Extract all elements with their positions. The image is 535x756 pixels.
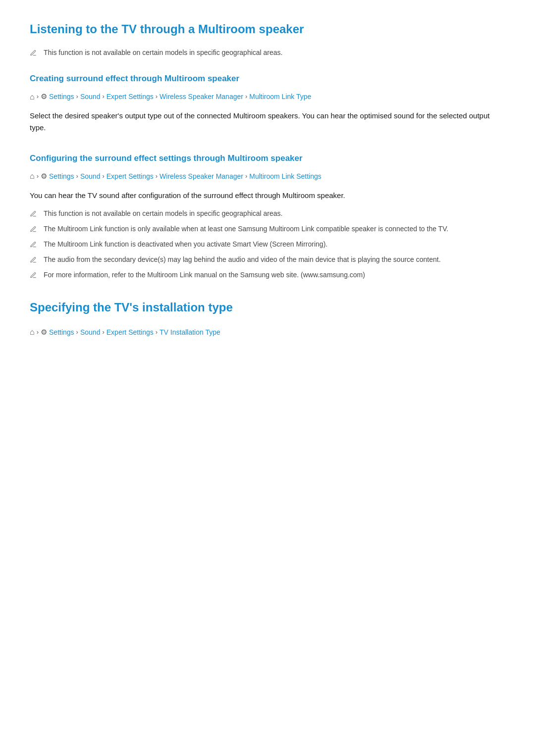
note-pencil-icon: [30, 49, 39, 57]
breadcrumb-sep3b: ›: [102, 171, 104, 182]
note-deactivated: The Multiroom Link function is deactivat…: [30, 239, 505, 250]
note-multiroom-available-text: The Multiroom Link function is only avai…: [44, 224, 448, 234]
note-more-info: For more information, refer to the Multi…: [30, 270, 505, 280]
installation-breadcrumb: ⌂ › ⚙ Settings › Sound › Expert Settings…: [30, 326, 505, 339]
note-multiroom-available: The Multiroom Link function is only avai…: [30, 224, 505, 234]
breadcrumb-home-icon-3[interactable]: ⌂: [30, 326, 35, 339]
breadcrumb-sep2c: ›: [76, 327, 78, 338]
breadcrumb-sep4b: ›: [156, 171, 158, 182]
note-availability: This function is not available on certai…: [30, 48, 505, 58]
breadcrumb-sep3c: ›: [102, 327, 104, 338]
creating-surround-body: Select the desired speaker's output type…: [30, 110, 505, 134]
creating-surround-subsection: Creating surround effect through Multiro…: [30, 72, 505, 134]
breadcrumb-sep4c: ›: [156, 327, 158, 338]
breadcrumb-settings[interactable]: Settings: [49, 91, 74, 102]
note-unavailable: This function is not available on certai…: [30, 208, 505, 219]
breadcrumb-sound-3[interactable]: Sound: [80, 327, 100, 338]
breadcrumb-sound[interactable]: Sound: [80, 91, 100, 102]
creating-surround-breadcrumb: ⌂ › ⚙ Settings › Sound › Expert Settings…: [30, 91, 505, 103]
breadcrumb-sep1: ›: [37, 92, 39, 102]
breadcrumb-expert-settings-2[interactable]: Expert Settings: [107, 171, 154, 182]
note-pencil-icon-2: [30, 209, 39, 218]
configuring-surround-title: Configuring the surround effect settings…: [30, 151, 505, 165]
breadcrumb-wireless-speaker-manager-2[interactable]: Wireless Speaker Manager: [160, 171, 243, 182]
note-more-info-text: For more information, refer to the Multi…: [44, 270, 365, 280]
note-pencil-icon-4: [30, 240, 39, 249]
breadcrumb-multiroom-link-settings[interactable]: Multiroom Link Settings: [249, 171, 321, 182]
note-availability-text: This function is not available on certai…: [44, 48, 283, 58]
note-deactivated-text: The Multiroom Link function is deactivat…: [44, 239, 327, 250]
breadcrumb-expert-settings-3[interactable]: Expert Settings: [107, 327, 154, 338]
installation-section: Specifying the TV's installation type ⌂ …: [30, 298, 505, 339]
breadcrumb-sound-2[interactable]: Sound: [80, 171, 100, 182]
breadcrumb-tv-installation-type[interactable]: TV Installation Type: [160, 327, 220, 338]
note-lag: The audio from the secondary device(s) m…: [30, 254, 505, 265]
breadcrumb-settings-gear-icon: ⚙: [41, 91, 47, 102]
creating-surround-title: Creating surround effect through Multiro…: [30, 72, 505, 85]
breadcrumb-settings-gear-icon-3: ⚙: [41, 326, 47, 338]
breadcrumb-sep3: ›: [102, 92, 104, 102]
note-pencil-icon-3: [30, 225, 39, 234]
listening-section: Listening to the TV through a Multiroom …: [30, 20, 505, 280]
configuring-surround-subsection: Configuring the surround effect settings…: [30, 151, 505, 280]
breadcrumb-sep5: ›: [245, 92, 247, 102]
note-pencil-icon-5: [30, 255, 39, 264]
breadcrumb-sep2b: ›: [76, 171, 78, 182]
breadcrumb-expert-settings[interactable]: Expert Settings: [107, 91, 154, 102]
breadcrumb-settings-2[interactable]: Settings: [49, 171, 74, 182]
installation-title: Specifying the TV's installation type: [30, 298, 505, 317]
note-lag-text: The audio from the secondary device(s) m…: [44, 254, 441, 265]
configuring-surround-breadcrumb: ⌂ › ⚙ Settings › Sound › Expert Settings…: [30, 170, 505, 183]
breadcrumb-multiroom-link-type[interactable]: Multiroom Link Type: [249, 91, 311, 102]
note-unavailable-text: This function is not available on certai…: [44, 208, 283, 219]
listening-title: Listening to the TV through a Multiroom …: [30, 20, 505, 39]
configuring-surround-body: You can hear the TV sound after configur…: [30, 190, 505, 202]
breadcrumb-sep1b: ›: [37, 171, 39, 182]
breadcrumb-home-icon-2[interactable]: ⌂: [30, 170, 35, 183]
breadcrumb-settings-3[interactable]: Settings: [49, 327, 74, 338]
breadcrumb-sep4: ›: [156, 92, 158, 102]
breadcrumb-sep5b: ›: [245, 171, 247, 182]
breadcrumb-home-icon[interactable]: ⌂: [30, 91, 35, 103]
breadcrumb-settings-gear-icon-2: ⚙: [41, 170, 47, 182]
breadcrumb-wireless-speaker-manager[interactable]: Wireless Speaker Manager: [160, 91, 243, 102]
note-pencil-icon-6: [30, 271, 39, 280]
breadcrumb-sep2: ›: [76, 92, 78, 102]
breadcrumb-sep1c: ›: [37, 327, 39, 338]
